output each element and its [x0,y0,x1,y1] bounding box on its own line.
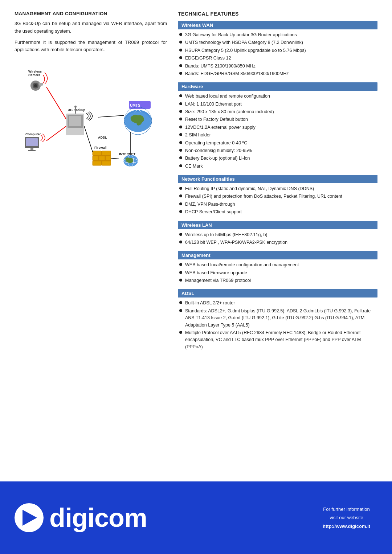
list-item: Management via TR069 protocol [179,277,377,284]
bullet-icon [179,141,182,144]
bullet-icon [179,202,182,205]
list-item: Size: 290 x 135 x 80 mm (antenna include… [179,108,377,115]
list-item-text: 12VDC/1.2A external power supply [185,124,256,131]
list-item-text: Standards: ADSL2+, G.dmt bisplus (ITU G.… [185,308,377,329]
bullet-icon [179,118,182,120]
svg-rect-10 [69,116,81,126]
svg-line-21 [98,115,124,117]
content-area: MANAGEMENT AND CONFIGURATION 3G Back-Up … [0,0,392,481]
svg-rect-28 [93,161,101,165]
list-item: Firewall (SPI) and protection from DoS a… [179,193,377,200]
list-item: Operating temperature 0-40 ºC [179,140,377,147]
list-item-text: 3G Gateway for Back Up and/or 3G Router … [185,32,297,38]
bullet-icon [179,210,182,213]
list-item: LAN: 1 10/100 Ethernet port [179,101,377,108]
bullet-icon [179,72,182,75]
right-column: TECHNICAL FEATURES Wireless WAN3G Gatewa… [178,11,377,474]
section-title-3: Wireless LAN [178,221,377,229]
list-item: Multiple Protocol over AAL5 (RFC 2684 Fo… [179,329,377,350]
list-item-text: Reset to Factory Default button [185,116,248,123]
brand-name: digicom [49,503,147,533]
list-item: Bands: EDGE/GPRS/GSM 850/900/1800/1900MH… [179,70,377,77]
bullet-icon [179,49,182,52]
bullet-icon [179,126,182,128]
svg-rect-6 [30,148,33,150]
list-item: Wireless up to 54Mbps (IEEE802.11g, b) [179,231,377,238]
bullet-icon [179,279,182,282]
3g-backup-label: 3G Backup [68,108,86,112]
list-item: Bands: UMTS 2100/1900/850 MHz [179,63,377,70]
bullet-icon [179,309,182,312]
list-item-text: Battery Back-up (optional) Li-ion [185,155,250,162]
svg-rect-29 [102,161,111,165]
list-item: Reset to Factory Default button [179,116,377,123]
footer: digicom For further information visit ou… [0,481,392,554]
management-text2: Furthermore it is supported the manageme… [15,39,167,54]
svg-text:Camera: Camera [28,73,41,77]
list-item: Full Routing IP (static and dynamic, NAT… [179,185,377,192]
section-title-2: Network Functionalities [178,175,377,183]
list-item: Battery Back-up (optional) Li-ion [179,155,377,162]
list-item: 12VDC/1.2A external power supply [179,124,377,131]
list-item-text: LAN: 1 10/100 Ethernet port [185,101,242,108]
bullet-icon [179,233,182,236]
section-title-5: ADSL [178,289,377,297]
bullet-icon [179,56,182,59]
list-item: WEB based local/remote configuration and… [179,262,377,268]
adsl-label: ADSL [98,136,107,139]
section-title-0: Wireless WAN [178,21,377,29]
svg-text:UMTS: UMTS [130,103,140,107]
feature-list-0: 3G Gateway for Back Up and/or 3G Router … [179,32,377,77]
list-item-text: Built-in ADSL 2/2+ router [185,300,235,307]
list-item-text: Bands: UMTS 2100/1900/850 MHz [185,63,256,70]
list-item: EDGE/GPSR Class 12 [179,55,377,62]
bullet-icon [179,110,182,113]
feature-section-0: Wireless WAN3G Gateway for Back Up and/o… [178,21,377,77]
list-item-text: 64/128 bit WEP , WPA-PSK/WPA2-PSK encryp… [185,239,287,246]
list-item: Web based local and remote configuration [179,93,377,100]
svg-line-14 [46,126,66,141]
bullet-icon [179,187,182,190]
list-item: 3G Gateway for Back Up and/or 3G Router … [179,32,377,38]
list-item-text: HSUPA Category 5 (2.0 Uplink upgradable … [185,47,306,54]
computer-label: Computer [25,132,41,136]
list-item-text: UMTS technology with HSDPA Category 8 (7… [185,39,303,46]
list-item-text: Full Routing IP (static and dynamic, NAT… [185,185,314,192]
list-item: HSUPA Category 5 (2.0 Uplink upgradable … [179,47,377,54]
page: MANAGEMENT AND CONFIGURATION 3G Back-Up … [0,0,392,554]
list-item: 2 SIM holder [179,132,377,139]
bullet-icon [179,194,182,197]
bullet-icon [179,133,182,136]
svg-rect-23 [93,151,101,155]
network-diagram: Wireless Camera Computer [15,65,167,173]
list-item: UMTS technology with HSDPA Category 8 (7… [179,39,377,46]
list-item-text: WEB based Firmware upgrade [185,270,247,276]
svg-rect-26 [99,156,105,160]
management-heading: MANAGEMENT AND CONFIGURATION [15,11,167,16]
footer-info: For further information visit our websit… [323,505,370,530]
svg-line-34 [111,158,119,159]
svg-line-33 [84,126,93,152]
list-item-text: Operating temperature 0-40 ºC [185,140,247,147]
digicom-arrow-icon [15,503,44,532]
footer-website[interactable]: http://www.digicom.it [323,522,370,530]
list-item: 64/128 bit WEP , WPA-PSK/WPA2-PSK encryp… [179,239,377,246]
bullet-icon [179,41,182,44]
list-item-text: DMZ, VPN Pass-through [185,201,235,208]
feature-list-2: Full Routing IP (static and dynamic, NAT… [179,185,377,216]
list-item: DHCP Server/Client support [179,209,377,216]
svg-rect-25 [93,156,98,160]
svg-point-2 [34,84,37,87]
list-item-text: Non-condensig humidity: 20-95% [185,147,252,154]
bullet-icon [179,263,182,266]
bullet-icon [179,331,182,334]
footer-logo: digicom [15,503,147,533]
list-item-text: Wireless up to 54Mbps (IEEE802.11g, b) [185,231,268,238]
feature-section-1: HardwareWeb based local and remote confi… [178,82,377,170]
bullet-icon [179,271,182,274]
bullet-icon [179,241,182,243]
section-title-4: Management [178,251,377,259]
bullet-icon [179,64,182,67]
list-item-text: CE Mark [185,163,203,170]
list-item-text: Firewall (SPI) and protection from DoS a… [185,193,342,200]
